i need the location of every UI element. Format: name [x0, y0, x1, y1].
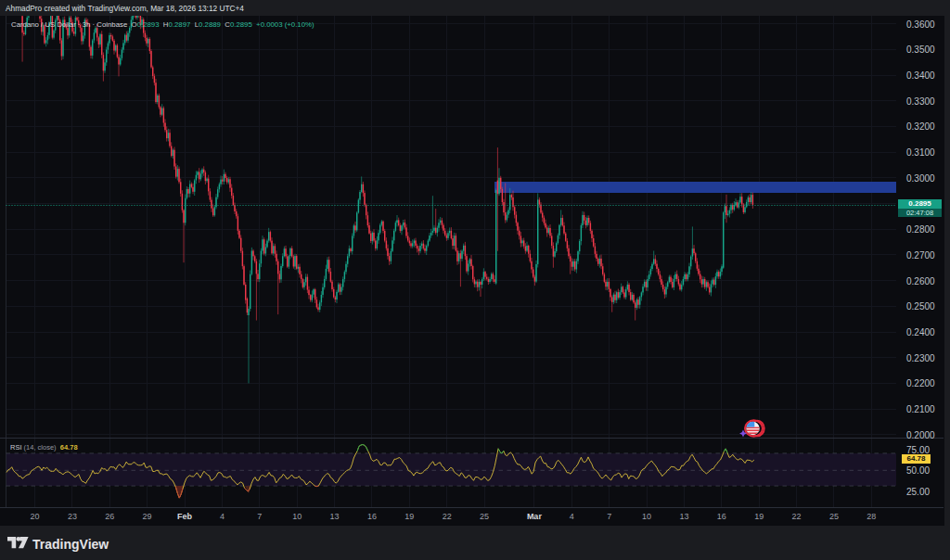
svg-text:TradingView: TradingView: [32, 537, 109, 552]
